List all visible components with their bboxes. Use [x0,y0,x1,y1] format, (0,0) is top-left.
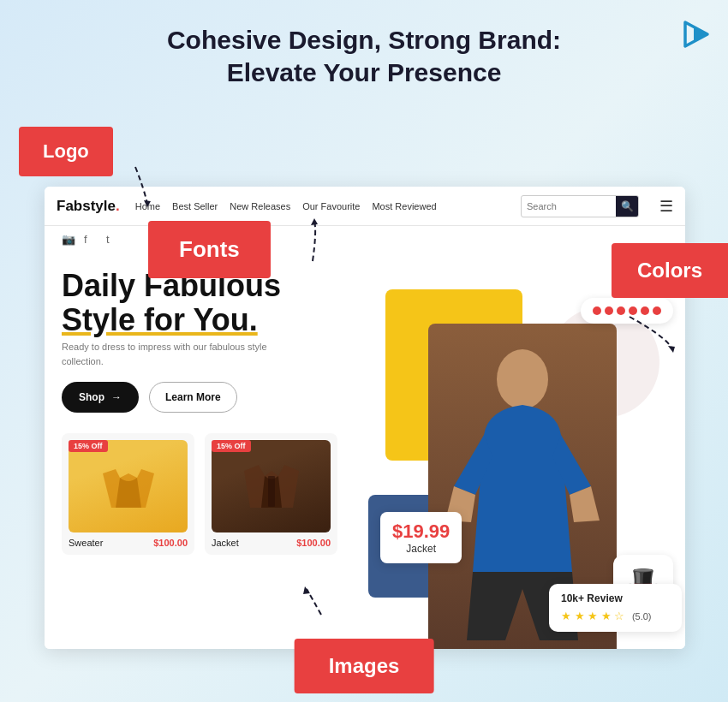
product-badge-sweater: 15% Off [69,440,108,452]
nav-bestseller[interactable]: Best Seller [172,201,218,211]
arrow-icon: → [111,391,122,403]
review-stars: ★ ★ ★ ★ ☆ [561,610,624,622]
nav-newreleases[interactable]: New Releases [230,201,290,211]
nav-ourfavourite[interactable]: Our Favourite [302,201,360,211]
price-label: Jacket [392,543,450,555]
colors-annotation: Colors [612,243,728,298]
dot5 [641,306,649,315]
dot6 [653,306,661,315]
hero-left: Daily Fabulous Style for You. Ready to d… [45,255,404,649]
product-cards: 15% Off Sweater $100.00 15% Off [62,433,387,555]
hero-buttons: Shop → Learn More [62,382,387,413]
product-card-jacket[interactable]: 15% Off Jacket $100.00 [205,433,337,555]
dot3 [617,306,625,315]
logo-annotation: Logo [19,127,113,176]
dot4 [629,306,637,315]
social-row: 📷 f t [45,226,685,255]
search-input[interactable] [522,201,616,211]
nav-brand: Fabstyle. [57,198,120,215]
browser-mockup: Fabstyle. Home Best Seller New Releases … [45,187,685,649]
product-name-sweater: Sweater [69,538,103,548]
product-image-sweater [69,440,188,532]
product-price-jacket: $100.00 [296,538,331,548]
facebook-icon[interactable]: f [84,233,99,248]
images-annotation: Images [295,639,434,693]
hero-title: Daily Fabulous Style for You. [62,269,387,336]
product-name-jacket: Jacket [212,538,239,548]
review-stars-row: ★ ★ ★ ★ ☆ (5.0) [561,608,670,623]
product-card-sweater[interactable]: 15% Off Sweater $100.00 [62,433,194,555]
search-button[interactable]: 🔍 [616,195,638,217]
nav-home[interactable]: Home [135,201,160,211]
nav-bar: Fabstyle. Home Best Seller New Releases … [45,187,685,226]
nav-links[interactable]: Home Best Seller New Releases Our Favour… [135,201,505,211]
search-icon: 🔍 [621,200,634,212]
shop-button[interactable]: Shop → [62,382,139,413]
svg-point-7 [497,349,548,409]
page-header: Cohesive Design, Strong Brand: Elevate Y… [0,0,728,104]
hamburger-menu[interactable]: ☰ [659,197,673,216]
product-image-jacket [212,440,331,532]
svg-rect-6 [268,476,275,507]
nav-search[interactable]: 🔍 [521,195,639,217]
dot1 [593,306,601,315]
twitter-icon[interactable]: t [106,233,122,248]
product-info-jacket: Jacket $100.00 [212,538,331,548]
hero-section: Daily Fabulous Style for You. Ready to d… [45,255,685,649]
price-badge: $19.99 Jacket [380,512,462,563]
product-price-sweater: $100.00 [153,538,188,548]
product-badge-jacket: 15% Off [212,440,251,452]
review-count: (5.0) [632,611,652,622]
product-info-sweater: Sweater $100.00 [69,538,188,548]
dot2 [605,306,613,315]
chat-bubble [581,298,673,324]
review-card: 10k+ Review ★ ★ ★ ★ ☆ (5.0) [549,584,682,632]
brand-logo-icon [675,15,713,53]
hero-subtitle: Ready to dress to impress with our fabul… [62,340,301,368]
page-title: Cohesive Design, Strong Brand: Elevate Y… [17,24,711,88]
review-title: 10k+ Review [561,592,670,604]
fonts-annotation: Fonts [148,221,271,278]
price-amount: $19.99 [392,521,450,543]
instagram-icon[interactable]: 📷 [62,233,77,248]
nav-mostreviewed[interactable]: Most Reviewed [372,201,436,211]
hero-right: $19.99 Jacket 🎩 10k+ Review ★ ★ ★ ★ [360,255,685,649]
learn-more-button[interactable]: Learn More [149,382,237,413]
